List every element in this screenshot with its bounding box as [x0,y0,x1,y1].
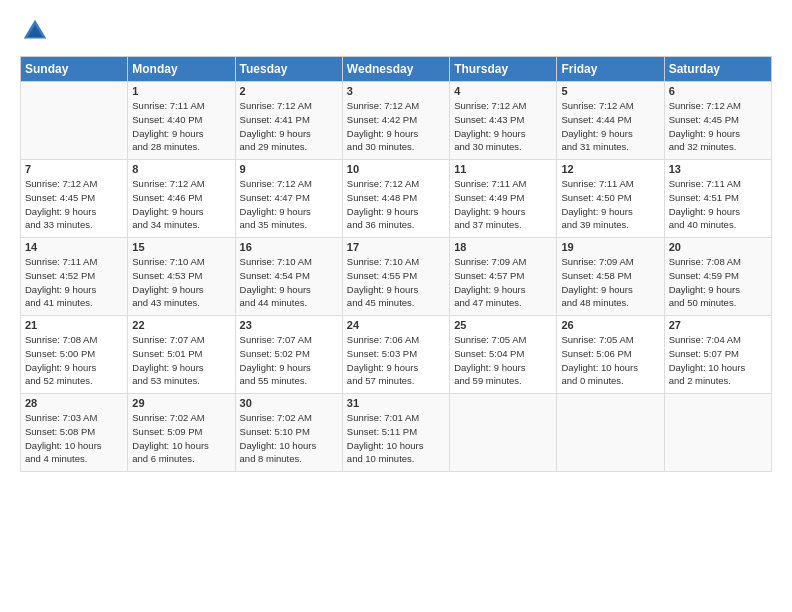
day-number: 10 [347,163,445,175]
day-info: Sunrise: 7:09 AMSunset: 4:58 PMDaylight:… [561,255,659,310]
day-number: 16 [240,241,338,253]
day-number: 13 [669,163,767,175]
weekday-header-tuesday: Tuesday [235,57,342,82]
day-cell: 28Sunrise: 7:03 AMSunset: 5:08 PMDayligh… [21,394,128,472]
logo-icon [20,16,50,46]
calendar-body: 1Sunrise: 7:11 AMSunset: 4:40 PMDaylight… [21,82,772,472]
day-number: 20 [669,241,767,253]
day-cell [450,394,557,472]
day-number: 24 [347,319,445,331]
day-info: Sunrise: 7:02 AMSunset: 5:10 PMDaylight:… [240,411,338,466]
week-row-2: 7Sunrise: 7:12 AMSunset: 4:45 PMDaylight… [21,160,772,238]
weekday-row: SundayMondayTuesdayWednesdayThursdayFrid… [21,57,772,82]
weekday-header-monday: Monday [128,57,235,82]
day-cell: 25Sunrise: 7:05 AMSunset: 5:04 PMDayligh… [450,316,557,394]
day-number: 29 [132,397,230,409]
day-info: Sunrise: 7:12 AMSunset: 4:46 PMDaylight:… [132,177,230,232]
day-number: 14 [25,241,123,253]
day-info: Sunrise: 7:12 AMSunset: 4:45 PMDaylight:… [669,99,767,154]
day-cell: 30Sunrise: 7:02 AMSunset: 5:10 PMDayligh… [235,394,342,472]
calendar-header: SundayMondayTuesdayWednesdayThursdayFrid… [21,57,772,82]
day-number: 26 [561,319,659,331]
weekday-header-friday: Friday [557,57,664,82]
day-cell [557,394,664,472]
weekday-header-wednesday: Wednesday [342,57,449,82]
page-container: SundayMondayTuesdayWednesdayThursdayFrid… [0,0,792,482]
day-info: Sunrise: 7:09 AMSunset: 4:57 PMDaylight:… [454,255,552,310]
day-info: Sunrise: 7:12 AMSunset: 4:41 PMDaylight:… [240,99,338,154]
day-cell: 2Sunrise: 7:12 AMSunset: 4:41 PMDaylight… [235,82,342,160]
day-number: 23 [240,319,338,331]
day-cell: 10Sunrise: 7:12 AMSunset: 4:48 PMDayligh… [342,160,449,238]
day-info: Sunrise: 7:12 AMSunset: 4:42 PMDaylight:… [347,99,445,154]
day-number: 30 [240,397,338,409]
day-number: 9 [240,163,338,175]
day-number: 6 [669,85,767,97]
day-cell: 13Sunrise: 7:11 AMSunset: 4:51 PMDayligh… [664,160,771,238]
day-number: 25 [454,319,552,331]
day-cell [664,394,771,472]
day-cell: 19Sunrise: 7:09 AMSunset: 4:58 PMDayligh… [557,238,664,316]
day-number: 7 [25,163,123,175]
week-row-5: 28Sunrise: 7:03 AMSunset: 5:08 PMDayligh… [21,394,772,472]
day-cell: 6Sunrise: 7:12 AMSunset: 4:45 PMDaylight… [664,82,771,160]
day-info: Sunrise: 7:04 AMSunset: 5:07 PMDaylight:… [669,333,767,388]
weekday-header-saturday: Saturday [664,57,771,82]
day-info: Sunrise: 7:12 AMSunset: 4:45 PMDaylight:… [25,177,123,232]
day-info: Sunrise: 7:01 AMSunset: 5:11 PMDaylight:… [347,411,445,466]
day-cell: 4Sunrise: 7:12 AMSunset: 4:43 PMDaylight… [450,82,557,160]
day-cell: 14Sunrise: 7:11 AMSunset: 4:52 PMDayligh… [21,238,128,316]
day-number: 27 [669,319,767,331]
day-info: Sunrise: 7:10 AMSunset: 4:53 PMDaylight:… [132,255,230,310]
day-cell: 1Sunrise: 7:11 AMSunset: 4:40 PMDaylight… [128,82,235,160]
day-number: 12 [561,163,659,175]
day-cell: 24Sunrise: 7:06 AMSunset: 5:03 PMDayligh… [342,316,449,394]
day-number: 19 [561,241,659,253]
day-number: 5 [561,85,659,97]
day-number: 31 [347,397,445,409]
day-cell: 12Sunrise: 7:11 AMSunset: 4:50 PMDayligh… [557,160,664,238]
day-cell: 29Sunrise: 7:02 AMSunset: 5:09 PMDayligh… [128,394,235,472]
day-number: 3 [347,85,445,97]
day-cell: 9Sunrise: 7:12 AMSunset: 4:47 PMDaylight… [235,160,342,238]
day-info: Sunrise: 7:03 AMSunset: 5:08 PMDaylight:… [25,411,123,466]
day-info: Sunrise: 7:10 AMSunset: 4:55 PMDaylight:… [347,255,445,310]
day-cell: 23Sunrise: 7:07 AMSunset: 5:02 PMDayligh… [235,316,342,394]
day-cell: 18Sunrise: 7:09 AMSunset: 4:57 PMDayligh… [450,238,557,316]
day-cell [21,82,128,160]
day-info: Sunrise: 7:12 AMSunset: 4:47 PMDaylight:… [240,177,338,232]
day-number: 22 [132,319,230,331]
week-row-1: 1Sunrise: 7:11 AMSunset: 4:40 PMDaylight… [21,82,772,160]
day-info: Sunrise: 7:08 AMSunset: 4:59 PMDaylight:… [669,255,767,310]
day-info: Sunrise: 7:02 AMSunset: 5:09 PMDaylight:… [132,411,230,466]
day-info: Sunrise: 7:11 AMSunset: 4:40 PMDaylight:… [132,99,230,154]
day-info: Sunrise: 7:11 AMSunset: 4:49 PMDaylight:… [454,177,552,232]
day-info: Sunrise: 7:05 AMSunset: 5:06 PMDaylight:… [561,333,659,388]
day-info: Sunrise: 7:10 AMSunset: 4:54 PMDaylight:… [240,255,338,310]
calendar-table: SundayMondayTuesdayWednesdayThursdayFrid… [20,56,772,472]
day-cell: 15Sunrise: 7:10 AMSunset: 4:53 PMDayligh… [128,238,235,316]
day-info: Sunrise: 7:11 AMSunset: 4:52 PMDaylight:… [25,255,123,310]
day-info: Sunrise: 7:07 AMSunset: 5:01 PMDaylight:… [132,333,230,388]
week-row-3: 14Sunrise: 7:11 AMSunset: 4:52 PMDayligh… [21,238,772,316]
day-cell: 21Sunrise: 7:08 AMSunset: 5:00 PMDayligh… [21,316,128,394]
day-info: Sunrise: 7:11 AMSunset: 4:50 PMDaylight:… [561,177,659,232]
logo [20,16,56,46]
day-info: Sunrise: 7:12 AMSunset: 4:48 PMDaylight:… [347,177,445,232]
day-cell: 8Sunrise: 7:12 AMSunset: 4:46 PMDaylight… [128,160,235,238]
day-number: 8 [132,163,230,175]
day-cell: 11Sunrise: 7:11 AMSunset: 4:49 PMDayligh… [450,160,557,238]
day-info: Sunrise: 7:12 AMSunset: 4:43 PMDaylight:… [454,99,552,154]
day-number: 28 [25,397,123,409]
week-row-4: 21Sunrise: 7:08 AMSunset: 5:00 PMDayligh… [21,316,772,394]
day-number: 4 [454,85,552,97]
weekday-header-sunday: Sunday [21,57,128,82]
day-number: 21 [25,319,123,331]
day-cell: 31Sunrise: 7:01 AMSunset: 5:11 PMDayligh… [342,394,449,472]
day-cell: 27Sunrise: 7:04 AMSunset: 5:07 PMDayligh… [664,316,771,394]
day-info: Sunrise: 7:06 AMSunset: 5:03 PMDaylight:… [347,333,445,388]
day-number: 11 [454,163,552,175]
day-info: Sunrise: 7:11 AMSunset: 4:51 PMDaylight:… [669,177,767,232]
header [20,16,772,46]
day-info: Sunrise: 7:07 AMSunset: 5:02 PMDaylight:… [240,333,338,388]
